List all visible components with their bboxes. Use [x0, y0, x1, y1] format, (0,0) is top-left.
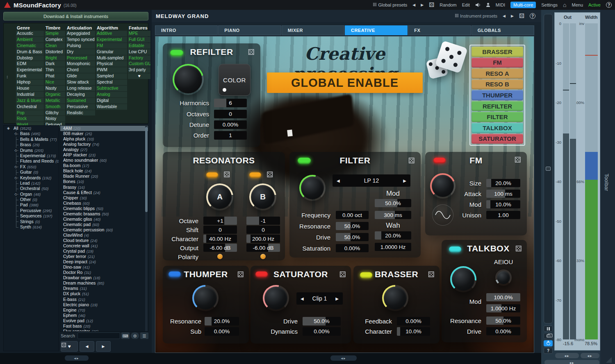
tab-fx[interactable]: FX [408, 25, 471, 35]
prev-preset-button[interactable]: ◀ [412, 3, 415, 7]
preset-item[interactable]: DX pluck(51) [60, 291, 148, 296]
saturator-type-dropdown[interactable]: ◀ Clip 1 ▶ [296, 292, 343, 305]
module-list-refilter[interactable]: REFILTER [472, 101, 523, 111]
preset-item[interactable]: Engine(70) [60, 307, 148, 313]
filter-tag[interactable]: Factory [128, 55, 150, 61]
filter-tag[interactable]: Clean [45, 43, 65, 49]
talkbox-mod-depth-field[interactable]: 100.0% [486, 293, 520, 301]
preset-item[interactable]: Dino-saw(41) [60, 265, 148, 270]
tree-item-percussive[interactable]: Percussive(295) [4, 208, 59, 213]
tab-creative[interactable]: CREATIVE [345, 25, 408, 35]
preset-item[interactable]: Chipper(30) [60, 195, 148, 201]
preset-item[interactable]: Analog factory(74) [60, 142, 148, 147]
preset-scrollbar[interactable] [145, 126, 148, 332]
character-a-field[interactable]: 40.00 Hz [203, 235, 237, 243]
filter-tag[interactable]: MPE [128, 31, 150, 36]
meter-help-button[interactable]: ? [544, 348, 553, 354]
next-instrument-preset-button[interactable]: ▶ [511, 14, 514, 18]
main-resize-handle[interactable]: ◂▸ [330, 355, 357, 361]
filter-tag[interactable]: Hiphop [16, 79, 44, 85]
filter-tag[interactable]: Complex [45, 37, 65, 43]
thumper-sub-field[interactable]: 0.00% [205, 327, 239, 336]
filter-knob[interactable] [299, 175, 326, 201]
preset-item[interactable]: Flux capacitor(35) [60, 329, 148, 332]
instrument-presets-button[interactable]: Instrument presets [455, 14, 497, 18]
order-field[interactable]: 1 [214, 131, 247, 140]
preset-item[interactable]: Bones(10) [60, 179, 148, 184]
filter-tag[interactable]: Realistic [66, 110, 95, 116]
tab-mixer[interactable]: MIXER [282, 25, 344, 35]
filter-tag[interactable]: Organic [45, 92, 65, 97]
settings-button[interactable]: Settings [541, 2, 558, 7]
preset-item[interactable]: Ephem(46) [60, 313, 148, 318]
edit-button[interactable]: Edit [462, 2, 470, 7]
filter-tag[interactable]: Monophonic [66, 61, 95, 67]
preset-item[interactable]: Cinematic percussion(60) [60, 227, 148, 233]
preset-item[interactable]: Fast bass(20) [60, 323, 148, 329]
filter-randomize-dice-icon[interactable]: ⚄ [408, 156, 415, 165]
expand-diamond-icon[interactable]: ◇ [15, 148, 17, 153]
previous-button[interactable]: ◀ [80, 341, 94, 352]
dropdown-prev-icon[interactable]: ◀ [301, 296, 304, 301]
preset-item[interactable]: Cinematic blipps(50) [60, 206, 148, 211]
browser-resize-handle[interactable]: ◂▸ [65, 355, 89, 361]
filter-tag[interactable]: Decaying [66, 92, 95, 97]
filter-tag[interactable]: Funk [16, 73, 44, 79]
preset-item[interactable]: Cyber terror(21) [60, 254, 148, 259]
tree-item-lead[interactable]: Lead(142) [4, 181, 59, 186]
filter-tag[interactable]: Arpeggiated [66, 31, 95, 36]
tree-item-flutes-and-reeds[interactable]: Flutes and Reeds(0) [4, 158, 59, 164]
tree-item-organ[interactable]: ◇Organ(48) [4, 192, 59, 197]
filter-wah-rate-field[interactable]: 1.0000 Hz [375, 243, 411, 251]
fm-attack-field[interactable]: 100 ms [486, 190, 520, 198]
preset-item[interactable]: Evolve pad(12) [60, 318, 148, 323]
module-list-talkbox[interactable]: TALKBOX [472, 123, 523, 133]
filter-tag[interactable]: Granular [96, 49, 127, 55]
brasser-knob[interactable] [382, 285, 408, 311]
module-list-filter[interactable]: FILTER [472, 112, 523, 122]
tree-item-guitar[interactable]: Guitar(0) [4, 170, 59, 175]
thumper-knob[interactable] [192, 285, 219, 311]
filter-tag[interactable]: Slow attack [66, 79, 95, 85]
tree-item-sequences[interactable]: Sequences(197) [4, 213, 59, 219]
download-install-button[interactable]: Download & Install instruments [3, 12, 148, 20]
filter-tag[interactable]: PWM [96, 67, 127, 73]
expand-diamond-icon[interactable]: ◇ [15, 131, 17, 136]
preset-item[interactable]: Concrete wall(41) [60, 243, 148, 249]
preset-item[interactable]: Brassy(16) [60, 185, 148, 190]
filter-mod-time-field[interactable]: 300 ms [375, 211, 411, 219]
refilter-randomize-dice-icon[interactable]: ⚄ [248, 47, 255, 57]
preset-item[interactable]: E-bass(21) [60, 297, 148, 302]
filter-tag[interactable]: EDM [16, 61, 44, 67]
talkbox-randomize-dice-icon[interactable]: ⚄ [515, 244, 522, 253]
filter-tag[interactable]: Thin [45, 67, 65, 73]
dropdown-next-icon[interactable]: ▶ [335, 296, 339, 301]
filter-tag[interactable]: Dubstep [16, 55, 44, 61]
preset-item[interactable]: ARP stacker(23) [60, 152, 148, 158]
midi-button[interactable]: MIDI [496, 2, 505, 7]
filter-tag[interactable]: Glide [66, 73, 95, 79]
filter-tag[interactable]: Bright [45, 55, 65, 61]
thumper-randomize-dice-icon[interactable]: ⚄ [237, 270, 244, 279]
filter-tag[interactable]: Distorted [45, 49, 65, 55]
filter-tag[interactable]: Tempo synced [66, 37, 95, 43]
module-list-reso-a[interactable]: RESO A [472, 68, 523, 79]
tree-item-strings[interactable]: Strings(0) [4, 219, 59, 224]
filter-tag[interactable]: 3rd party [128, 67, 150, 73]
tree-item-orchestral[interactable]: Orchestral(50) [4, 186, 59, 191]
brasser-feedback-field[interactable]: 0.00% [397, 317, 430, 326]
talkbox-aeiou-knob[interactable] [495, 269, 512, 286]
help-icon[interactable]: ? [606, 2, 612, 8]
tree-item-experimental[interactable]: Experimental(173) [4, 153, 59, 158]
fm-size-field[interactable]: 20.0% [486, 179, 520, 187]
filter-tag[interactable]: Full GUI [128, 37, 150, 43]
color-button[interactable]: COLOR [219, 64, 251, 96]
preset-item[interactable]: Blade Runner(20) [60, 174, 148, 179]
clear-filter-icon[interactable]: ⊖ [131, 332, 139, 339]
next-preset-button[interactable]: ▶ [421, 3, 424, 7]
filter-drive-field[interactable]: 50.0% [336, 233, 369, 241]
tree-item-pad[interactable]: Pad(388) [4, 202, 59, 208]
filter-tag[interactable]: Nice [45, 79, 65, 85]
preset-item[interactable]: Cinematic gliss(40) [60, 217, 148, 222]
filter-tag[interactable]: Sampled [96, 73, 127, 79]
